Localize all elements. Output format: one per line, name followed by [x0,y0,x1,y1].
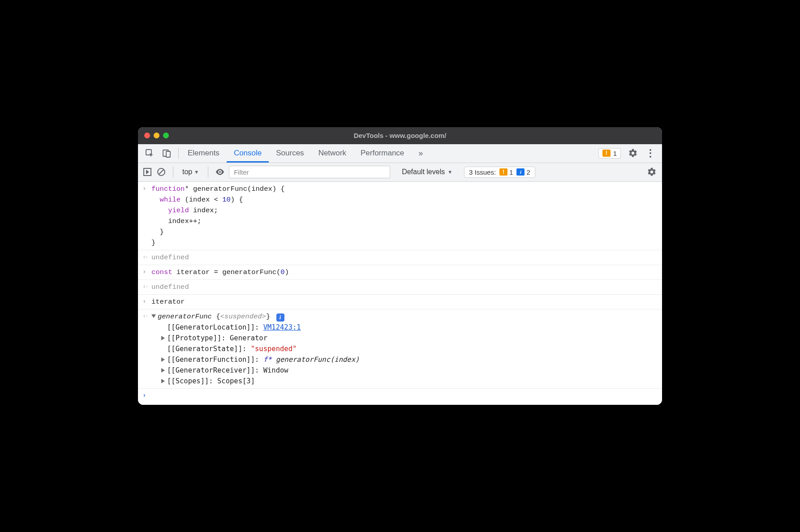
console-input-code: iterator [151,296,658,307]
svg-rect-2 [166,151,170,157]
tab-sources[interactable]: Sources [269,144,311,163]
console-settings-button[interactable] [646,166,658,178]
input-prompt-icon: › [142,296,151,307]
info-icon: i [516,168,525,176]
errors-warnings-badge[interactable]: ! 1 [598,148,621,159]
issues-warn-count: 1 [509,168,513,176]
maximize-window-button[interactable] [163,133,169,138]
object-property[interactable]: [[Scopes]]: Scopes[3] [161,376,658,386]
toggle-console-sidebar-button[interactable] [142,167,152,177]
filter-input[interactable] [229,166,390,178]
object-property[interactable]: [[GeneratorFunction]]: f* generatorFunc(… [161,354,658,365]
property-key: [[Prototype]] [167,334,221,342]
property-key: [[GeneratorFunction]] [167,356,255,364]
toolbar-separator [173,167,173,177]
warnings-count: 1 [613,150,617,157]
property-value: Window [263,366,288,374]
property-value: f* generatorFunc(index) [263,356,360,364]
sidebar-toggle-icon [143,168,151,176]
device-toolbar-icon[interactable] [161,148,172,159]
issues-label: 3 Issues: [469,168,496,176]
tabs-separator [178,148,179,159]
toolbar-separator [208,167,208,177]
expand-toggle-icon[interactable] [161,379,165,383]
output-marker-icon: ‹· [142,282,151,292]
object-property[interactable]: [[GeneratorReceiver]]: Window [161,365,658,376]
console-entry: ‹·undefined [138,250,662,265]
console-entry: ‹·undefined [138,280,662,295]
clear-console-button[interactable] [156,167,167,177]
output-marker-icon: ‹· [142,252,151,263]
issues-button[interactable]: 3 Issues: ! 1 i 2 [464,167,535,178]
close-window-button[interactable] [144,133,150,138]
tab-console[interactable]: Console [227,144,269,163]
input-prompt-icon: › [142,184,151,248]
traffic-lights [144,133,169,138]
console-output-value: undefined [151,252,658,263]
devtools-window: DevTools - www.google.com/ Elements Cons… [138,127,662,405]
titlebar: DevTools - www.google.com/ [138,127,662,144]
property-key: [[GeneratorReceiver]] [167,366,255,374]
expand-toggle-icon[interactable] [161,357,165,362]
console-input-line[interactable] [151,390,658,401]
expand-toggle-icon[interactable] [161,368,165,373]
info-icon[interactable]: i [276,313,284,322]
expand-toggle-icon[interactable] [161,336,165,340]
object-property[interactable]: [[GeneratorLocation]]: VM12423:1 [161,322,658,333]
object-brace: { [216,313,220,321]
more-options-button[interactable] [645,147,656,159]
gear-icon [628,148,638,158]
svg-point-5 [219,171,221,173]
levels-label: Default levels [402,168,445,176]
console-input-code: function* generatorFunc(index) { while (… [151,184,658,248]
issues-info-count: 2 [526,168,530,176]
dropdown-caret-icon: ▼ [447,169,452,175]
warning-icon: ! [602,150,611,157]
object-property[interactable]: [[Prototype]]: Generator [161,333,658,343]
property-key: [[GeneratorState]] [167,345,242,353]
console-prompt-row[interactable]: › [138,389,662,403]
tab-network[interactable]: Network [311,144,353,163]
warning-icon: ! [499,168,508,176]
eye-icon [215,168,224,176]
tabs-overflow-button[interactable]: » [411,144,428,163]
object-property[interactable]: [[GeneratorState]]: "suspended" [161,343,658,354]
console-output: ›function* generatorFunc(index) { while … [138,182,662,405]
output-marker-icon: ‹· [142,311,151,386]
console-entry: ‹·generatorFunc {<suspended>} i [[Genera… [138,309,662,389]
context-selector[interactable]: top ▼ [180,168,202,176]
console-entry: ›iterator [138,295,662,309]
gear-icon [647,167,657,177]
window-title: DevTools - www.google.com/ [354,132,447,139]
dropdown-caret-icon: ▼ [194,169,199,175]
settings-button[interactable] [627,147,639,159]
tab-elements[interactable]: Elements [181,144,227,163]
minimize-window-button[interactable] [154,133,159,138]
console-input-code: const iterator = generatorFunc(0) [151,267,658,278]
object-properties: [[GeneratorLocation]]: VM12423:1[[Protot… [151,322,658,386]
console-entry: ›const iterator = generatorFunc(0) [138,265,662,280]
clear-icon [157,167,166,176]
context-label: top [182,168,192,176]
object-expand-toggle[interactable] [151,313,158,321]
live-expression-button[interactable] [215,168,225,176]
property-value: Scopes[3] [217,377,255,385]
property-key: [[Scopes]] [167,377,209,385]
log-levels-selector[interactable]: Default levels ▼ [398,168,456,176]
console-output-value: undefined [151,282,658,292]
svg-line-4 [159,170,163,174]
tabs-left-tools [142,144,176,163]
property-key: [[GeneratorLocation]] [167,323,255,331]
console-output-object: generatorFunc {<suspended>} i [[Generato… [151,311,658,386]
object-name: generatorFunc [158,313,212,321]
property-value: "suspended" [251,345,297,353]
property-value: VM12423:1 [263,323,301,331]
tab-performance[interactable]: Performance [353,144,411,163]
kebab-icon [649,148,651,158]
input-prompt-icon: › [142,267,151,278]
prompt-icon: › [142,390,151,401]
inspect-element-icon[interactable] [144,148,155,159]
tabs-bar: Elements Console Sources Network Perform… [138,144,662,163]
object-brace: } [266,313,270,321]
property-value: Generator [230,334,267,342]
